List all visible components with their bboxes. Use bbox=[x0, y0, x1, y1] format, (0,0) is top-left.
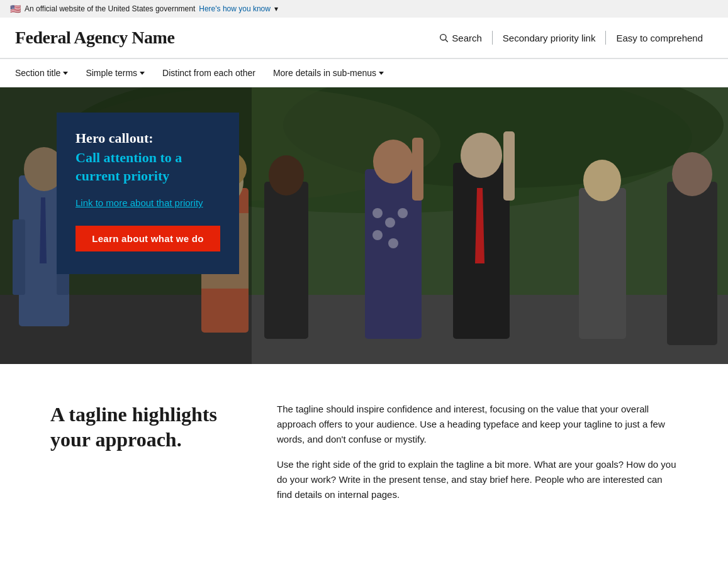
svg-point-0 bbox=[440, 35, 446, 40]
gov-banner: 🇺🇸 An official website of the United Sta… bbox=[0, 0, 728, 18]
nav-item-distinct-label: Distinct from each other bbox=[162, 68, 255, 78]
secondary-priority-link[interactable]: Secondary priority link bbox=[493, 33, 606, 43]
nav-item-section-title[interactable]: Section title bbox=[15, 59, 81, 87]
chevron-down-icon bbox=[379, 72, 384, 75]
svg-rect-36 bbox=[252, 87, 728, 364]
search-nav-item[interactable]: Search bbox=[439, 33, 492, 43]
hero-cta-button[interactable]: Learn about what we do bbox=[76, 226, 220, 251]
tagline-heading: A tagline highlights your approach. bbox=[50, 402, 239, 452]
primary-nav: Section title Simple terms Distinct from… bbox=[0, 59, 728, 87]
gov-banner-link[interactable]: Here's how you know bbox=[199, 4, 271, 13]
nav-item-simple-terms-label: Simple terms bbox=[86, 68, 137, 78]
chevron-down-icon bbox=[63, 72, 68, 75]
nav-item-more-details[interactable]: More details in sub-menus bbox=[273, 59, 396, 87]
nav-item-distinct[interactable]: Distinct from each other bbox=[162, 59, 268, 87]
svg-line-1 bbox=[445, 40, 448, 42]
tagline-section: A tagline highlights your approach. The … bbox=[0, 364, 728, 540]
site-title: Federal Agency Name bbox=[15, 28, 174, 48]
hero-callout-link[interactable]: Link to more about that priority bbox=[76, 197, 220, 208]
hero-callout: Hero callout: Call attention to a curren… bbox=[57, 113, 239, 274]
nav-item-section-title-label: Section title bbox=[15, 68, 60, 78]
header-utility-nav: Search Secondary priority link Easy to c… bbox=[439, 31, 713, 45]
hero-section: Hero callout: Call attention to a curren… bbox=[0, 87, 728, 364]
us-flag-icon: 🇺🇸 bbox=[10, 4, 21, 14]
gov-banner-arrow: ▾ bbox=[274, 4, 278, 13]
search-icon bbox=[439, 33, 449, 43]
tagline-left-column: A tagline highlights your approach. bbox=[50, 402, 239, 452]
easy-comprehend-link[interactable]: Easy to comprehend bbox=[606, 33, 713, 43]
gov-banner-text: An official website of the United States… bbox=[25, 4, 195, 13]
tagline-paragraph-2: Use the right side of the grid to explai… bbox=[277, 457, 678, 502]
site-header: Federal Agency Name Search Secondary pri… bbox=[0, 18, 728, 59]
tagline-paragraph-1: The tagline should inspire confidence an… bbox=[277, 402, 678, 447]
hero-callout-title: Hero callout: bbox=[76, 130, 220, 146]
nav-item-simple-terms[interactable]: Simple terms bbox=[86, 59, 157, 87]
hero-callout-subtitle: Call attention to a current priority bbox=[76, 149, 220, 185]
search-label: Search bbox=[452, 33, 482, 43]
chevron-down-icon bbox=[140, 72, 145, 75]
tagline-right-column: The tagline should inspire confidence an… bbox=[277, 402, 678, 502]
nav-item-more-details-label: More details in sub-menus bbox=[273, 68, 376, 78]
